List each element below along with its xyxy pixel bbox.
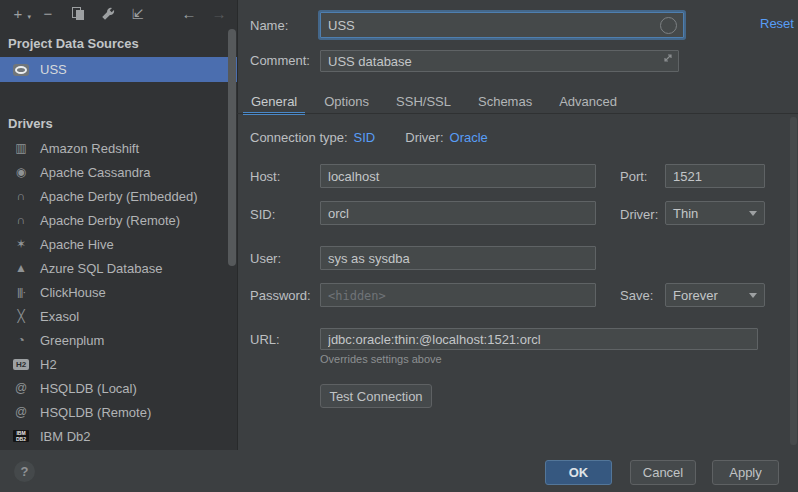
sidebar-scrollbar[interactable]: [228, 29, 236, 266]
apache-derby-icon: ∩: [13, 213, 29, 227]
wrench-icon: [101, 7, 115, 21]
spinner-circle-icon: [660, 17, 677, 34]
user-label: User:: [250, 251, 281, 266]
apache-derby-icon: ∩: [13, 189, 29, 203]
driver-item-exasol[interactable]: ╳ Exasol: [0, 304, 237, 328]
cancel-label: Cancel: [643, 465, 683, 480]
panel-scrollbar[interactable]: [790, 117, 797, 445]
test-connection-button[interactable]: Test Connection: [320, 384, 432, 408]
host-input[interactable]: [320, 164, 596, 188]
ok-label: OK: [569, 465, 589, 480]
name-input[interactable]: [320, 12, 684, 38]
tab-advanced[interactable]: Advanced: [559, 92, 617, 114]
save-label: Save:: [620, 288, 653, 303]
driver-item-apache-hive[interactable]: ✶ Apache Hive: [0, 232, 237, 256]
name-label: Name:: [250, 18, 288, 33]
driver-link-label: Driver:: [405, 130, 443, 145]
port-input[interactable]: [665, 164, 765, 188]
driver-select-label: Driver:: [620, 207, 658, 222]
project-data-sources-header: Project Data Sources: [8, 36, 139, 51]
arrow-left-icon: ←: [182, 6, 197, 22]
connection-type-row: Connection type: SID Driver: Oracle: [250, 130, 488, 145]
url-input[interactable]: [320, 328, 758, 350]
chevron-down-icon: [749, 293, 757, 298]
sid-input[interactable]: [320, 201, 596, 225]
import-button[interactable]: ⇲: [130, 6, 146, 22]
driver-label: Azure SQL Database: [40, 261, 162, 276]
minus-icon: −: [44, 6, 53, 22]
driver-label: ClickHouse: [40, 285, 106, 300]
back-button[interactable]: ←: [181, 6, 197, 22]
plus-icon: +: [14, 6, 23, 22]
driver-label: Amazon Redshift: [40, 141, 139, 156]
driver-item-ibm-db2[interactable]: IBM DB2 IBM Db2: [0, 424, 237, 448]
tab-ssh-ssl[interactable]: SSH/SSL: [396, 92, 451, 114]
driver-item-apache-derby-embedded[interactable]: ∩ Apache Derby (Embedded): [0, 184, 237, 208]
driver-item-azure-sql-database[interactable]: ▲ Azure SQL Database: [0, 256, 237, 280]
driver-label: HSQLDB (Local): [40, 381, 137, 396]
forward-button[interactable]: →: [211, 6, 227, 22]
connection-type-link[interactable]: SID: [354, 130, 376, 145]
driver-label: IBM Db2: [40, 429, 91, 444]
h2-icon: H2: [13, 359, 29, 370]
tab-general[interactable]: General: [251, 92, 297, 114]
user-input[interactable]: [320, 246, 596, 270]
help-button[interactable]: ?: [14, 461, 35, 482]
spacer: [381, 130, 399, 145]
driver-select[interactable]: Thin: [665, 201, 765, 225]
url-note: Overrides settings above: [320, 353, 442, 365]
driver-item-greenplum[interactable]: ◔ Greenplum: [0, 328, 237, 352]
drivers-list: ▥ Amazon Redshift ◉ Apache Cassandra ∩ A…: [0, 136, 237, 448]
driver-item-amazon-redshift[interactable]: ▥ Amazon Redshift: [0, 136, 237, 160]
comment-input[interactable]: [320, 50, 679, 72]
driver-label: Apache Derby (Embedded): [40, 189, 198, 204]
clickhouse-icon: |||·: [13, 286, 29, 298]
greenplum-icon: ◔: [13, 333, 29, 347]
port-label: Port:: [620, 169, 647, 184]
chevron-down-icon: [749, 211, 757, 216]
url-label: URL:: [250, 332, 280, 347]
save-select-value: Forever: [673, 288, 749, 303]
driver-properties-button[interactable]: [100, 6, 116, 22]
tab-options[interactable]: Options: [324, 92, 369, 114]
host-label: Host:: [250, 169, 280, 184]
apply-button[interactable]: Apply: [712, 460, 779, 485]
apply-label: Apply: [729, 465, 762, 480]
test-connection-label: Test Connection: [329, 389, 422, 404]
tab-schemas[interactable]: Schemas: [478, 92, 532, 114]
azure-sql-icon: ▲: [13, 261, 29, 275]
remove-data-source-button[interactable]: −: [40, 6, 56, 22]
driver-item-hsqldb-local[interactable]: @ HSQLDB (Local): [0, 376, 237, 400]
driver-item-apache-cassandra[interactable]: ◉ Apache Cassandra: [0, 160, 237, 184]
driver-select-value: Thin: [673, 206, 749, 221]
sidebar-item-uss[interactable]: USS: [0, 57, 237, 82]
password-input[interactable]: [320, 283, 596, 307]
data-source-label: USS: [40, 62, 67, 77]
data-source-icon: [13, 64, 29, 76]
driver-item-h2[interactable]: H2 H2: [0, 352, 237, 376]
driver-label: HSQLDB (Remote): [40, 405, 151, 420]
add-data-source-button[interactable]: + ▾: [10, 6, 26, 22]
driver-link[interactable]: Oracle: [450, 130, 488, 145]
apache-hive-icon: ✶: [13, 237, 29, 251]
drivers-header: Drivers: [8, 116, 53, 131]
sidebar-toolbar: + ▾ − ⇲ ← →: [0, 0, 237, 28]
save-select[interactable]: Forever: [665, 283, 765, 307]
amazon-redshift-icon: ▥: [13, 141, 29, 155]
apache-cassandra-icon: ◉: [13, 165, 29, 179]
cancel-button[interactable]: Cancel: [630, 460, 696, 485]
driver-label: Apache Hive: [40, 237, 114, 252]
sid-label: SID:: [250, 207, 275, 222]
driver-item-apache-derby-remote[interactable]: ∩ Apache Derby (Remote): [0, 208, 237, 232]
ok-button[interactable]: OK: [545, 460, 612, 485]
import-arrow-icon: ⇲: [132, 6, 144, 22]
expand-icon[interactable]: [662, 52, 674, 64]
caret-down-icon: ▾: [27, 9, 31, 25]
reset-link[interactable]: Reset: [760, 16, 794, 31]
duplicate-button[interactable]: [70, 6, 86, 22]
driver-item-hsqldb-remote[interactable]: @ HSQLDB (Remote): [0, 400, 237, 424]
driver-label: Exasol: [40, 309, 79, 324]
question-icon: ?: [21, 464, 29, 479]
driver-item-clickhouse[interactable]: |||· ClickHouse: [0, 280, 237, 304]
arrow-right-icon: →: [212, 6, 227, 22]
